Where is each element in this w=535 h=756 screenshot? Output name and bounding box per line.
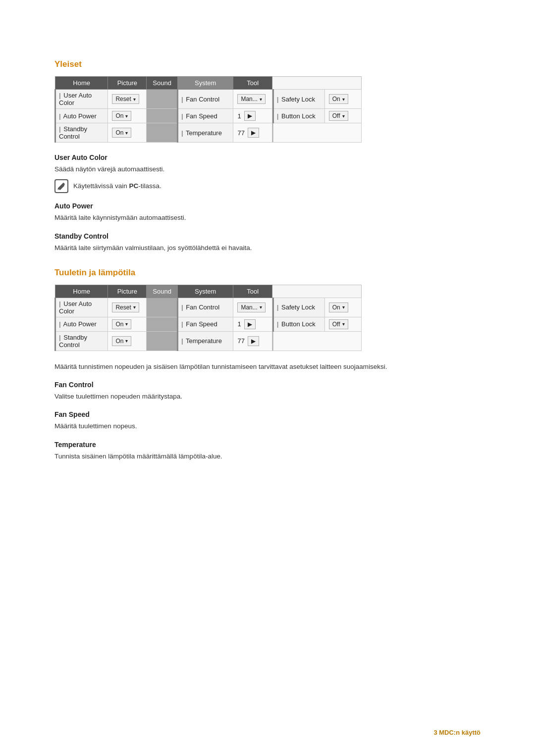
desc-fan-speed: Fan Speed Määritä tuulettimen nopeus. <box>54 410 481 431</box>
t2-temperature-arrow[interactable]: ▶ <box>248 336 259 346</box>
t2-row3-col1-value[interactable]: On ▾ <box>108 331 147 351</box>
tuuletin-intro: Määritä tunnistimen nopeuden ja sisäisen… <box>54 362 481 372</box>
t2-row3-col2-value[interactable]: 77 ▶ <box>233 331 272 351</box>
t2-row2-col2-label: | Fan Speed <box>177 317 233 331</box>
col-separator <box>147 90 178 109</box>
dropdown-arrow-icon: ▾ <box>260 97 262 102</box>
row1-col3-value[interactable]: On ▾ <box>324 90 361 109</box>
row3-col2-value[interactable]: 77 ▶ <box>233 123 272 143</box>
section-title-yleiset: Yleiset <box>54 59 481 69</box>
standby-dropdown[interactable]: On ▾ <box>112 128 131 138</box>
page-content: Yleiset Home Picture Sound System Tool |… <box>0 0 535 516</box>
desc-text-fan-control: Valitse tuulettimen nopeuden määritystap… <box>54 392 481 402</box>
t2-row3-col2-label: | Temperature <box>177 331 233 351</box>
t2-button-lock-dropdown[interactable]: Off ▾ <box>329 319 348 329</box>
col-separator <box>147 123 178 143</box>
auto-power-dropdown[interactable]: On ▾ <box>112 111 131 121</box>
dropdown-arrow-icon: ▾ <box>125 321 128 327</box>
t2-row1-col2-label: | Fan Control <box>177 298 233 317</box>
row3-col1-value[interactable]: On ▾ <box>108 123 147 143</box>
desc-title-user-auto-color: User Auto Color <box>54 153 481 161</box>
note-icon <box>54 179 68 193</box>
table-row: | Standby Control On ▾ | Temperature <box>55 331 362 351</box>
t2-row1-col1-value[interactable]: Reset ▾ <box>108 298 147 317</box>
t2-row3-col1-label: | Standby Control <box>55 331 108 351</box>
desc-temperature: Temperature Tunnista sisäinen lämpötila … <box>54 441 481 461</box>
section-yleiset: Yleiset Home Picture Sound System Tool |… <box>54 59 481 253</box>
table-row: | Auto Power On ▾ | Fan Speed <box>55 109 362 123</box>
tab-tool-2[interactable]: Tool <box>233 285 272 298</box>
row1-col2-value[interactable]: Man... ▾ <box>233 90 272 109</box>
button-lock-dropdown[interactable]: Off ▾ <box>329 111 348 121</box>
t2-row2-col3-value[interactable]: Off ▾ <box>324 317 361 331</box>
row3-col2-label: | Temperature <box>177 123 233 143</box>
row2-col2-value[interactable]: 1 ▶ <box>233 109 272 123</box>
section-title-tuuletin: Tuuletin ja lämpötila <box>54 268 481 278</box>
row2-col1-label: | Auto Power <box>55 109 108 123</box>
desc-title-fan-control: Fan Control <box>54 381 481 389</box>
col-separator <box>147 331 178 351</box>
desc-text-auto-power: Määritä laite käynnistymään automaattise… <box>54 213 481 223</box>
t2-row3-col3-empty <box>273 331 361 351</box>
t2-row2-col2-value[interactable]: 1 ▶ <box>233 317 272 331</box>
t2-row1-col3-value[interactable]: On ▾ <box>324 298 361 317</box>
t2-row2-col3-label: | Button Lock <box>273 317 324 331</box>
row1-col1-label: | User Auto Color <box>55 90 108 109</box>
t2-fan-control-dropdown[interactable]: Man... ▾ <box>237 302 265 312</box>
t2-safety-lock-dropdown[interactable]: On ▾ <box>329 302 348 312</box>
t2-row2-col1-value[interactable]: On ▾ <box>108 317 147 331</box>
col-separator <box>147 298 178 317</box>
row1-col2-label: | Fan Control <box>177 90 233 109</box>
tab-tool-1[interactable]: Tool <box>233 77 272 90</box>
note-text-user-auto-color: Käytettävissä vain PC-tilassa. <box>73 179 161 191</box>
dropdown-arrow-icon: ▾ <box>125 130 128 136</box>
desc-title-standby-control: Standby Control <box>54 232 481 240</box>
col-separator <box>147 317 178 331</box>
menu-table-yleiset: Home Picture Sound System Tool | User Au… <box>54 76 362 143</box>
table-row: | User Auto Color Reset ▾ | Fan Control <box>55 90 362 109</box>
desc-auto-power: Auto Power Määritä laite käynnistymään a… <box>54 202 481 223</box>
tab-home-1[interactable]: Home <box>55 77 108 90</box>
tab-sound-1[interactable]: Sound <box>147 77 178 90</box>
t2-reset-dropdown[interactable]: Reset ▾ <box>112 302 139 312</box>
desc-title-fan-speed: Fan Speed <box>54 410 481 418</box>
tab-picture-2[interactable]: Picture <box>108 285 147 298</box>
row2-col2-label: | Fan Speed <box>177 109 233 123</box>
row2-col3-value[interactable]: Off ▾ <box>324 109 361 123</box>
tab-system-1[interactable]: System <box>177 77 233 90</box>
t2-standby-dropdown[interactable]: On ▾ <box>112 336 131 346</box>
t2-auto-power-dropdown[interactable]: On ▾ <box>112 319 131 329</box>
tab-system-2[interactable]: System <box>177 285 233 298</box>
row1-col3-label: | Safety Lock <box>273 90 324 109</box>
t2-fan-speed-arrow[interactable]: ▶ <box>244 319 256 329</box>
desc-user-auto-color: User Auto Color Säädä näytön värejä auto… <box>54 153 481 193</box>
tab-sound-2[interactable]: Sound <box>147 285 178 298</box>
fan-control-dropdown[interactable]: Man... ▾ <box>237 94 265 104</box>
row3-col3-empty <box>273 123 361 143</box>
fan-speed-arrow[interactable]: ▶ <box>244 111 256 121</box>
dropdown-arrow-icon: ▾ <box>342 97 345 102</box>
safety-lock-dropdown[interactable]: On ▾ <box>329 94 348 104</box>
tab-home-2[interactable]: Home <box>55 285 108 298</box>
desc-text-temperature: Tunnista sisäinen lämpötila määrittämäll… <box>54 452 481 461</box>
desc-title-temperature: Temperature <box>54 441 481 449</box>
temperature-arrow[interactable]: ▶ <box>248 128 259 138</box>
t2-row1-col1-label: | User Auto Color <box>55 298 108 317</box>
row2-col1-value[interactable]: On ▾ <box>108 109 147 123</box>
page-footer: 3 MDC:n käyttö <box>433 729 481 736</box>
note-box-user-auto-color: Käytettävissä vain PC-tilassa. <box>54 179 481 193</box>
menu-table-tuuletin: Home Picture Sound System Tool | User Au… <box>54 285 362 351</box>
tab-picture-1[interactable]: Picture <box>108 77 147 90</box>
row1-col1-value[interactable]: Reset ▾ <box>108 90 147 109</box>
t2-row1-col3-label: | Safety Lock <box>273 298 324 317</box>
col-separator <box>147 109 178 123</box>
table-row: | Auto Power On ▾ | Fan Speed <box>55 317 362 331</box>
dropdown-arrow-icon: ▾ <box>342 113 345 119</box>
t2-row1-col2-value[interactable]: Man... ▾ <box>233 298 272 317</box>
dropdown-arrow-icon: ▾ <box>133 97 136 102</box>
reset-dropdown[interactable]: Reset ▾ <box>112 94 139 104</box>
desc-text-fan-speed: Määritä tuulettimen nopeus. <box>54 421 481 431</box>
desc-title-auto-power: Auto Power <box>54 202 481 210</box>
desc-text-user-auto-color: Säädä näytön värejä automaattisesti. <box>54 164 481 174</box>
dropdown-arrow-icon: ▾ <box>342 321 345 327</box>
